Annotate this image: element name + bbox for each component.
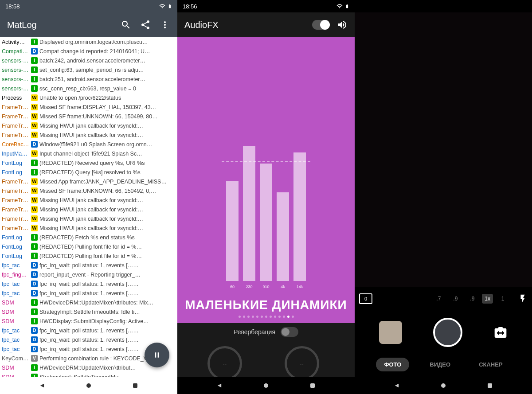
log-row[interactable]: FontLogI(REDACTED) Received query %s, UR… xyxy=(0,158,177,168)
log-list[interactable]: Activity…IDisplayed org.omnirom.logcat/c… xyxy=(0,37,177,377)
knob-dial[interactable]: -- xyxy=(207,346,242,381)
log-row[interactable]: FrameTra…WMissing HWUI jank callback for… xyxy=(0,121,177,130)
zoom-levels: .7.9.91x1 xyxy=(431,294,510,304)
nav-back[interactable] xyxy=(38,381,47,390)
log-row[interactable]: sensors-…Ibatch:242, android.sensor.acce… xyxy=(0,56,177,65)
dot[interactable] xyxy=(270,316,272,318)
log-row[interactable]: SDMIHWCDisplay::SubmitDisplayConfig: Act… xyxy=(0,316,177,326)
preset-dots[interactable] xyxy=(239,316,294,318)
knob-dial[interactable]: -- xyxy=(285,346,319,381)
nav-home[interactable] xyxy=(439,381,448,390)
volume-icon[interactable] xyxy=(337,20,348,30)
log-row[interactable]: FrameTra…WMissed SF frame:UNKNOWN: 66, 1… xyxy=(0,112,177,121)
dot[interactable] xyxy=(292,316,294,318)
log-tag: SDM xyxy=(0,318,29,324)
equalizer-area[interactable]: 602309104k14k МАЛЕНЬКИЕ ДИНАМИКИ xyxy=(177,37,355,323)
dot[interactable] xyxy=(287,316,289,318)
log-row[interactable]: FrameTra…WMissed SF frame:DISPLAY_HAL, 1… xyxy=(0,102,177,112)
log-row[interactable]: fpc_tacDfpc_irq_wait: poll status: 1, re… xyxy=(0,326,177,335)
dot[interactable] xyxy=(256,316,258,318)
log-row[interactable]: FontLogI(REDACTED) Pulling font file for… xyxy=(0,251,177,261)
pause-fab[interactable] xyxy=(145,343,169,367)
eq-bar[interactable] xyxy=(260,164,272,281)
dot[interactable] xyxy=(252,316,254,318)
log-row[interactable]: FrameTra…WMissing HWUI jank callback for… xyxy=(0,130,177,140)
log-row[interactable]: SDMIStrategyImpl::SetIdleTimeoutMs: xyxy=(0,372,177,377)
log-row[interactable]: Activity…IDisplayed org.omnirom.logcat/c… xyxy=(0,37,177,47)
dot[interactable] xyxy=(278,316,281,318)
nav-back[interactable] xyxy=(215,381,224,390)
nav-home[interactable] xyxy=(84,381,93,390)
zoom-level[interactable]: 1x xyxy=(482,294,493,304)
dot[interactable] xyxy=(239,316,241,318)
nav-recent[interactable] xyxy=(485,381,494,390)
log-message: Missed SF frame:DISPLAY_HAL, 150397, 43… xyxy=(39,104,156,110)
share-icon[interactable] xyxy=(140,20,151,30)
eq-bars[interactable] xyxy=(226,146,306,281)
flash-icon[interactable] xyxy=(518,294,528,304)
exposure-box[interactable]: 0 xyxy=(359,293,372,304)
dot[interactable] xyxy=(247,316,250,318)
log-row[interactable]: CoreBack…DWindow{f5fe921 u0 Splash Scree… xyxy=(0,140,177,149)
log-message: Input channel object 'f5fe921 Splash Sc… xyxy=(39,151,142,157)
camera-modes[interactable]: ФОТОВИДЕОСКАНЕР xyxy=(355,355,532,374)
eq-bar[interactable] xyxy=(226,181,239,281)
dot[interactable] xyxy=(274,316,276,318)
log-row[interactable]: ProcessWUnable to open /proc/6222/status xyxy=(0,93,177,102)
shutter-button[interactable] xyxy=(433,318,462,347)
mode-tab[interactable]: ВИДЕО xyxy=(422,358,458,371)
log-tag: FrameTra… xyxy=(0,225,29,231)
gallery-thumb[interactable] xyxy=(379,321,402,344)
log-row[interactable]: fpc_tacDfpc_irq_wait: poll status: 1, re… xyxy=(0,335,177,344)
log-row[interactable]: SDMIHWDeviceDRM::UpdateMixerAttributes: … xyxy=(0,298,177,307)
log-row[interactable]: SDMIStrategyImpl::SetIdleTimeoutMs: Idle… xyxy=(0,307,177,316)
log-row[interactable]: fpc_tacDfpc_irq_wait: poll status: 1, re… xyxy=(0,261,177,270)
mode-tab[interactable]: ФОТО xyxy=(376,358,409,371)
dot[interactable] xyxy=(283,316,285,318)
reverb-toggle[interactable] xyxy=(281,327,298,337)
log-row[interactable]: sensors-…Iset_config:63, sample_period_n… xyxy=(0,65,177,74)
log-row[interactable]: FontLogI(REDACTED) Query [%s] resolved t… xyxy=(0,168,177,177)
log-row[interactable]: FrameTra…WMissed SF frame:UNKNOWN: 66, 1… xyxy=(0,186,177,195)
log-row[interactable]: FrameTra…WMissing HWUI jank callback for… xyxy=(0,223,177,233)
log-row[interactable]: fpc_tacDfpc_irq_wait: poll status: 1, re… xyxy=(0,279,177,289)
log-level: I xyxy=(31,299,38,306)
log-row[interactable]: InputMan…WInput channel object 'f5fe921 … xyxy=(0,149,177,158)
zoom-level[interactable]: .9 xyxy=(448,296,462,302)
log-row[interactable]: FrameTra…WMissing HWUI jank callback for… xyxy=(0,195,177,205)
log-row[interactable]: FrameTra…WMissed App frame:JANK_APP_DEAD… xyxy=(0,177,177,186)
log-row[interactable]: Compatib…DCompat change id reported: 214… xyxy=(0,47,177,56)
dot[interactable] xyxy=(261,316,263,318)
log-row[interactable]: fpc_tacDfpc_irq_wait: poll status: 1, re… xyxy=(0,289,177,298)
master-toggle[interactable] xyxy=(312,20,330,30)
nav-recent[interactable] xyxy=(131,381,140,390)
log-message: fpc_irq_wait: poll status: 1, revents […… xyxy=(39,346,139,352)
nav-recent[interactable] xyxy=(308,381,317,390)
search-icon[interactable] xyxy=(121,20,131,30)
log-row[interactable]: FrameTra…WMissing HWUI jank callback for… xyxy=(0,205,177,214)
eq-bar[interactable] xyxy=(277,192,289,281)
log-tag: Compatib… xyxy=(0,48,29,55)
log-row[interactable]: fpc_fing…Dreport_input_event - Reporting… xyxy=(0,270,177,279)
zoom-level[interactable]: 1 xyxy=(496,296,510,302)
nav-back[interactable] xyxy=(392,381,401,390)
nav-home[interactable] xyxy=(262,381,270,390)
log-row[interactable]: FrameTra…WMissing HWUI jank callback for… xyxy=(0,214,177,223)
menu-icon[interactable] xyxy=(160,20,170,30)
log-row[interactable]: sensors-…Ibatch:251, android.sensor.acce… xyxy=(0,74,177,84)
eq-bar[interactable] xyxy=(243,146,255,281)
log-message: Missed SF frame:UNKNOWN: 66, 150499, 80… xyxy=(39,113,158,120)
zoom-level[interactable]: .9 xyxy=(465,296,479,302)
eq-bar[interactable] xyxy=(293,152,306,281)
log-row[interactable]: sensors-…Issc_conn_resp_cb:663, resp_val… xyxy=(0,84,177,93)
log-message: HWDeviceDRM::UpdateMixerAttributes: Mix… xyxy=(39,300,153,306)
log-row[interactable]: FontLogI(REDACTED) Pulling font file for… xyxy=(0,242,177,251)
mode-tab[interactable]: СКАНЕР xyxy=(471,358,510,371)
nav-bar xyxy=(177,377,355,394)
zoom-level[interactable]: .7 xyxy=(431,296,446,302)
dot[interactable] xyxy=(243,316,245,318)
dot[interactable] xyxy=(265,316,267,318)
switch-camera-icon[interactable] xyxy=(493,325,508,339)
camera-viewfinder[interactable] xyxy=(355,12,532,287)
log-row[interactable]: FontLogI(REDACTED) Fetch %s end status %… xyxy=(0,233,177,242)
